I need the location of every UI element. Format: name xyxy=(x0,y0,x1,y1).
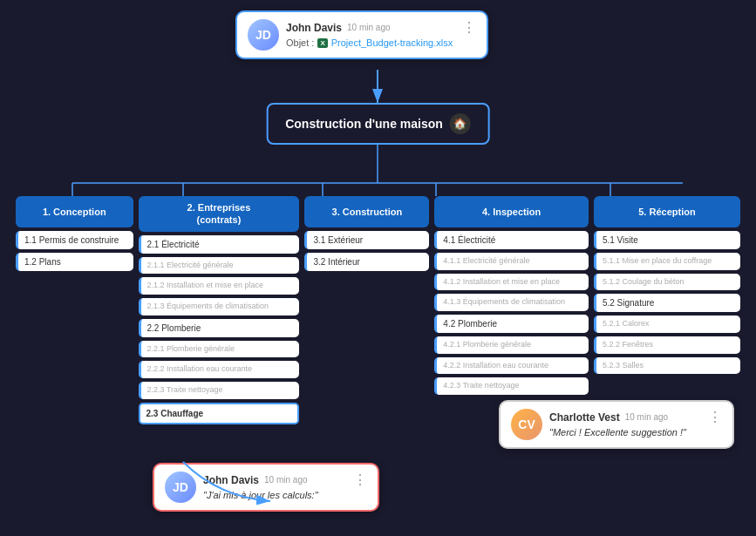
comment-name: John Davis xyxy=(286,22,342,34)
item-5-1: 5.1 Visite xyxy=(594,231,740,249)
item-4-2-3: 4.2.3 Traite nettoyage xyxy=(434,377,589,395)
charlotte-text: "Merci ! Excellente suggestion !" xyxy=(549,427,722,438)
item-2-1: 2.1 Électricité xyxy=(139,235,300,254)
item-3-1: 3.1 Extérieur xyxy=(304,231,429,249)
cat-header-construction: 3. Construction xyxy=(304,196,429,227)
branch-entreprises: 2. Entreprises (contrats) 2.1 Électricit… xyxy=(139,196,300,424)
item-2-2-1: 2.2.1 Plomberie générale xyxy=(139,341,300,358)
item-2-3: 2.3 Chauffage xyxy=(139,403,300,424)
item-4-2-2: 4.2.2 Installation eau courante xyxy=(434,357,589,375)
item-3-2: 3.2 Intérieur xyxy=(304,253,429,271)
item-5-1-1: 5.1.1 Mise en place du coffrage xyxy=(594,253,740,270)
central-node[interactable]: Construction d'une maison 🏠 xyxy=(266,103,490,145)
objet-label: Objet : xyxy=(286,37,314,48)
cat-header-inspection: 4. Inspection xyxy=(434,196,589,227)
avatar-john-bottom: JD xyxy=(165,472,196,503)
comment-subject: Objet : X Project_Budget-tracking.xlsx xyxy=(286,37,476,48)
branch-conception: 1. Conception 1.1 Permis de construire 1… xyxy=(16,196,133,424)
comment-header: John Davis 10 min ago ⋮ xyxy=(286,19,476,36)
item-2-2: 2.2 Plomberie xyxy=(139,319,300,337)
cat-header-reception: 5. Réception xyxy=(594,196,740,227)
item-5-1-2: 5.1.2 Coulage du béton xyxy=(594,274,740,291)
item-5-2-3: 5.2.3 Salles xyxy=(594,357,740,375)
item-4-1-1: 4.1.1 Electricité générale xyxy=(434,253,589,270)
avatar-john-top: JD xyxy=(248,19,279,51)
john-bottom-name: John Davis xyxy=(203,474,259,486)
item-2-1-3: 2.1.3 Équipements de climatisation xyxy=(139,298,300,315)
item-4-1: 4.1 Électricité xyxy=(434,231,589,249)
item-2-1-1: 2.1.1 Electricité générale xyxy=(139,257,300,275)
comment-john-bottom-header: John Davis 10 min ago ⋮ xyxy=(203,472,367,488)
item-5-2: 5.2 Signature xyxy=(594,294,740,312)
item-1-1: 1.1 Permis de construire xyxy=(16,231,133,249)
file-link[interactable]: Project_Budget-tracking.xlsx xyxy=(331,37,453,48)
john-bottom-text: "J'ai mis à jour les calculs:" xyxy=(203,490,367,500)
branches-container: 1. Conception 1.1 Permis de construire 1… xyxy=(16,196,740,424)
item-4-1-3: 4.1.3 Équipements de climatisation xyxy=(434,294,589,311)
item-2-2-3: 2.2.3 Traite nettoyage xyxy=(139,382,300,399)
comment-john-top-content: John Davis 10 min ago ⋮ Objet : X Projec… xyxy=(286,19,476,48)
item-2-2-2: 2.2.2 Installation eau courante xyxy=(139,361,300,378)
item-4-1-2: 4.1.2 Installation et mise en place xyxy=(434,274,589,291)
central-title: Construction d'une maison xyxy=(285,117,443,131)
comment-john-bottom: JD John Davis 10 min ago ⋮ "J'ai mis à j… xyxy=(153,463,379,512)
cat-header-conception: 1. Conception xyxy=(16,196,133,227)
branch-construction: 3. Construction 3.1 Extérieur 3.2 Intéri… xyxy=(304,196,429,424)
cat-header-entreprises: 2. Entreprises (contrats) xyxy=(139,196,300,232)
item-5-2-2: 5.2.2 Fenêtres xyxy=(594,336,740,354)
comment-time: 10 min ago xyxy=(347,23,390,32)
item-2-1-2: 2.1.2 Installation et mise en place xyxy=(139,277,300,295)
house-icon: 🏠 xyxy=(450,113,471,134)
branch-inspection: 4. Inspection 4.1 Électricité 4.1.1 Elec… xyxy=(434,196,589,424)
item-4-2-1: 4.2.1 Plomberie générale xyxy=(434,336,589,354)
comment-john-top: JD John Davis 10 min ago ⋮ Objet : X Pro… xyxy=(235,10,488,59)
item-1-2: 1.2 Plans xyxy=(16,253,133,271)
branch-reception: 5. Réception 5.1 Visite 5.1.1 Mise en pl… xyxy=(594,196,740,424)
comment-john-bottom-content: John Davis 10 min ago ⋮ "J'ai mis à jour… xyxy=(203,472,367,500)
john-bottom-more[interactable]: ⋮ xyxy=(353,472,367,488)
item-5-2-1: 5.2.1 Calorex xyxy=(594,315,740,333)
canvas: JD John Davis 10 min ago ⋮ Objet : X Pro… xyxy=(0,0,756,536)
item-4-2: 4.2 Plomberie xyxy=(434,315,589,333)
excel-icon: X xyxy=(317,38,327,48)
john-bottom-time: 10 min ago xyxy=(264,475,307,485)
more-button[interactable]: ⋮ xyxy=(462,19,476,36)
